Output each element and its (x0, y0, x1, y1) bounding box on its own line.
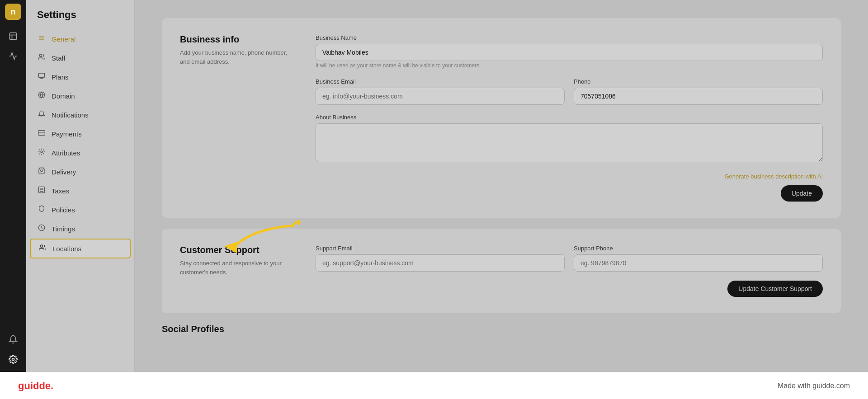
sidebar-item-payments[interactable]: Payments (26, 125, 134, 143)
business-info-title: Business info (180, 34, 297, 45)
svg-point-17 (40, 245, 42, 247)
sidebar: Settings General Staff Plans (26, 0, 135, 372)
general-icon (37, 34, 46, 43)
business-info-form: Business Name It will be used as your st… (316, 34, 823, 202)
guidde-logo: guidde. (18, 380, 53, 392)
timings-icon (37, 224, 46, 233)
customer-support-form: Support Email Support Phone Update Custo… (316, 245, 823, 297)
taxes-icon (37, 186, 46, 195)
svg-rect-6 (38, 73, 44, 77)
svg-rect-0 (10, 33, 17, 40)
support-email-label: Support Email (316, 245, 565, 252)
delivery-icon (37, 167, 46, 176)
support-phone-label: Support Phone (574, 245, 823, 252)
social-profiles-title: Social Profiles (162, 324, 841, 334)
business-name-group: Business Name It will be used as your st… (316, 34, 823, 69)
customer-support-description: Customer Support Stay connected and resp… (180, 245, 297, 297)
plans-icon (37, 72, 46, 81)
customer-support-desc: Stay connected and responsive to your cu… (180, 259, 297, 277)
sidebar-item-plans[interactable]: Plans (26, 68, 134, 86)
policies-icon (37, 205, 46, 214)
business-email-label: Business Email (316, 78, 565, 85)
business-name-input[interactable] (316, 44, 823, 61)
main-content: Business info Add your business name, ph… (135, 0, 868, 357)
ai-generate-link[interactable]: Generate business description with AI (316, 173, 823, 180)
footer: guidde. Made with guidde.com (0, 372, 868, 399)
sidebar-item-policies[interactable]: Policies (26, 201, 134, 219)
business-name-hint: It will be used as your store name & wil… (316, 62, 481, 69)
sidebar-title: Settings (26, 9, 134, 30)
footer-tagline: Made with guidde.com (778, 382, 850, 390)
business-info-desc: Add your business name, phone number, an… (180, 48, 297, 66)
svg-point-5 (39, 54, 42, 56)
svg-rect-11 (38, 131, 45, 136)
notifications-icon (37, 110, 46, 119)
iconbar-settings[interactable] (4, 350, 22, 368)
payments-icon (37, 129, 46, 138)
attributes-icon (37, 148, 46, 157)
email-phone-row: Business Email Phone (316, 78, 823, 114)
iconbar-analytics[interactable] (4, 47, 22, 65)
support-phone-group: Support Phone (574, 245, 823, 272)
business-info-card: Business info Add your business name, ph… (162, 18, 841, 218)
sidebar-item-notifications[interactable]: Notifications (26, 106, 134, 124)
staff-icon (37, 53, 46, 62)
iconbar-notifications[interactable] (4, 330, 22, 348)
iconbar-store[interactable] (4, 27, 22, 45)
sidebar-item-timings[interactable]: Timings (26, 220, 134, 238)
sidebar-item-delivery[interactable]: Delivery (26, 163, 134, 181)
social-profiles-section: Social Profiles (162, 324, 841, 339)
support-email-group: Support Email (316, 245, 565, 272)
customer-support-card: Customer Support Stay connected and resp… (162, 229, 841, 313)
sidebar-item-domain[interactable]: Domain (26, 87, 134, 105)
about-label: About Business (316, 114, 823, 121)
svg-point-1 (12, 358, 14, 361)
app-logo[interactable]: n (5, 4, 21, 20)
business-email-input[interactable] (316, 88, 565, 105)
sidebar-item-attributes[interactable]: Attributes (26, 144, 134, 162)
phone-input[interactable] (574, 88, 823, 105)
sidebar-item-staff[interactable]: Staff (26, 49, 134, 67)
business-name-label: Business Name (316, 34, 823, 41)
sidebar-item-locations[interactable]: Locations (30, 239, 131, 258)
svg-point-13 (41, 151, 42, 153)
business-info-description: Business info Add your business name, ph… (180, 34, 297, 202)
customer-support-title: Customer Support (180, 245, 297, 255)
domain-icon (37, 91, 46, 100)
locations-icon (38, 244, 47, 253)
update-customer-support-button[interactable]: Update Customer Support (727, 281, 823, 297)
support-phone-input[interactable] (574, 254, 823, 272)
phone-label: Phone (574, 78, 823, 85)
sidebar-navigation: General Staff Plans Domain (26, 30, 134, 258)
phone-group: Phone (574, 78, 823, 105)
support-email-input[interactable] (316, 254, 565, 272)
about-business-group: About Business (316, 114, 823, 164)
icon-bar: n (0, 0, 26, 372)
business-email-group: Business Email (316, 78, 565, 105)
about-textarea[interactable] (316, 123, 823, 162)
update-business-button[interactable]: Update (781, 185, 823, 202)
support-contact-row: Support Email Support Phone (316, 245, 823, 281)
sidebar-item-taxes[interactable]: Taxes (26, 182, 134, 200)
sidebar-item-general[interactable]: General (26, 30, 134, 48)
